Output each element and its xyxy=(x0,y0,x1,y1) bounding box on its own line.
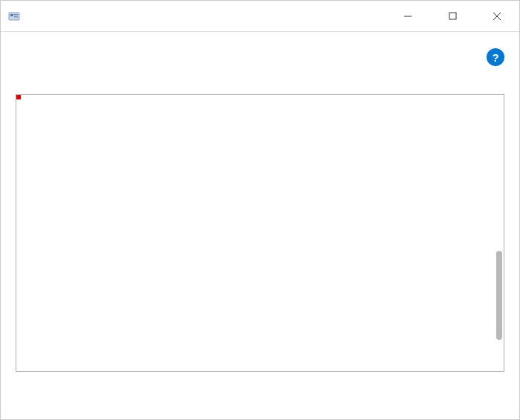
scrollbar-thumb[interactable] xyxy=(496,251,502,340)
maximize-button[interactable] xyxy=(430,1,475,32)
close-button[interactable] xyxy=(475,1,519,32)
features-tree[interactable] xyxy=(16,95,504,371)
minimize-button[interactable] xyxy=(386,1,430,32)
window-controls xyxy=(386,1,519,32)
svg-rect-3 xyxy=(14,16,18,18)
svg-rect-2 xyxy=(14,14,18,16)
features-tree-container xyxy=(16,94,504,372)
help-icon[interactable]: ? xyxy=(487,48,504,66)
svg-rect-1 xyxy=(10,14,13,16)
titlebar xyxy=(1,1,519,32)
content-area: ? xyxy=(1,32,519,84)
svg-rect-5 xyxy=(449,13,456,19)
app-icon xyxy=(8,10,20,22)
